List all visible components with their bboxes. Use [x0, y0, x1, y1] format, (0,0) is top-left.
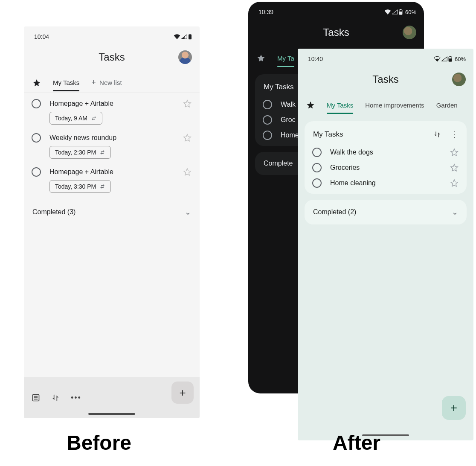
task-title: Weekly news roundup	[49, 134, 174, 142]
caption-after: After	[333, 431, 380, 454]
tabs-row: My Tasks + New list	[24, 73, 200, 93]
svg-rect-10	[449, 58, 452, 61]
tab-new-list[interactable]: + New list	[91, 73, 122, 92]
tab-my-tasks[interactable]: My Tasks	[327, 96, 353, 114]
more-vert-icon[interactable]: ⋮	[450, 130, 458, 139]
task-radio[interactable]	[312, 148, 322, 157]
tabs-row: My Tasks Home improvements Garden	[298, 95, 473, 115]
page-title: Tasks	[99, 51, 125, 63]
star-icon[interactable]	[450, 148, 459, 157]
completed-label: Complete	[264, 160, 293, 167]
svg-rect-11	[450, 56, 451, 57]
task-radio[interactable]	[312, 163, 322, 172]
repeat-icon	[99, 149, 105, 155]
completed-section[interactable]: Completed (3) ⌄	[24, 200, 200, 224]
task-row[interactable]: Homepage + Airtable	[24, 93, 200, 108]
task-radio[interactable]	[312, 178, 322, 188]
status-time: 10:04	[34, 33, 49, 40]
status-time: 10:40	[308, 55, 323, 62]
task-title: Homepage + Airtable	[49, 168, 174, 176]
task-radio[interactable]	[32, 133, 41, 143]
task-radio[interactable]	[32, 99, 41, 108]
task-title: Homepage + Airtable	[49, 100, 174, 108]
star-tab-icon[interactable]	[32, 79, 41, 87]
star-icon[interactable]	[183, 99, 192, 108]
tab-home-improvements[interactable]: Home improvements	[365, 96, 424, 114]
wifi-icon	[384, 9, 391, 15]
status-bar: 10:40 60%	[298, 49, 473, 64]
app-header: Tasks	[248, 17, 424, 48]
date-chip[interactable]: Today, 2:30 PM	[49, 146, 111, 159]
card-header: My Tasks ⋮	[305, 125, 467, 142]
repeat-icon	[91, 115, 97, 121]
task-row[interactable]: Home cleaning	[305, 172, 467, 188]
page-title: Tasks	[372, 73, 398, 85]
fab-add[interactable]: +	[442, 396, 466, 420]
task-row[interactable]: Homepage + Airtable	[24, 161, 200, 177]
signal-icon	[181, 34, 187, 39]
plus-icon: +	[91, 78, 96, 87]
completed-label: Completed (2)	[313, 208, 356, 216]
chevron-down-icon: ⌄	[452, 207, 458, 217]
svg-rect-7	[399, 12, 402, 15]
card-actions: ⋮	[433, 130, 458, 139]
avatar[interactable]	[178, 50, 192, 64]
date-chip[interactable]: Today, 3:30 PM	[49, 180, 111, 193]
task-title: Groceries	[330, 164, 441, 172]
task-radio[interactable]	[263, 131, 272, 140]
wifi-icon	[174, 34, 180, 39]
avatar[interactable]	[452, 73, 466, 86]
fab-add[interactable]: +	[171, 382, 194, 404]
status-bar: 10:39 60%	[248, 2, 424, 17]
chip-label: Today, 3:30 PM	[55, 183, 96, 190]
signal-icon	[441, 56, 447, 61]
tab-my-tasks[interactable]: My Ta	[277, 50, 294, 67]
sort-icon[interactable]	[51, 393, 60, 402]
before-phone: 10:04 Tasks My Tasks + New list Homepage…	[24, 26, 200, 418]
star-tab-icon[interactable]	[306, 101, 315, 109]
tab-garden[interactable]: Garden	[436, 96, 458, 114]
repeat-icon	[99, 183, 105, 189]
home-indicator	[88, 413, 135, 415]
battery-icon	[448, 56, 452, 62]
status-icons	[174, 34, 192, 40]
star-icon[interactable]	[450, 178, 459, 188]
task-radio[interactable]	[263, 100, 272, 109]
tasks-card: My Tasks ⋮ Walk the dogs Groceries Home …	[305, 121, 467, 194]
caption-before: Before	[67, 431, 131, 454]
app-header: Tasks	[24, 42, 200, 73]
svg-rect-1	[189, 34, 191, 35]
completed-label: Completed (3)	[32, 208, 75, 216]
svg-rect-8	[400, 9, 401, 10]
list-icon[interactable]	[32, 393, 40, 402]
star-icon[interactable]	[450, 163, 459, 172]
task-radio[interactable]	[263, 115, 272, 125]
completed-card[interactable]: Completed (2) ⌄	[305, 200, 467, 224]
status-bar: 10:04	[24, 26, 200, 42]
task-row[interactable]: Weekly news roundup	[24, 127, 200, 143]
page-title: Tasks	[323, 26, 349, 38]
status-icons: 60%	[384, 9, 416, 15]
sort-icon[interactable]	[433, 130, 441, 139]
tab-my-tasks[interactable]: My Tasks	[53, 74, 79, 91]
task-radio[interactable]	[32, 167, 41, 177]
card-title: My Tasks	[264, 83, 294, 91]
chevron-down-icon: ⌄	[185, 207, 191, 217]
task-row[interactable]: Groceries	[305, 157, 467, 172]
star-icon[interactable]	[183, 133, 192, 143]
battery-icon	[188, 34, 192, 40]
more-icon[interactable]: •••	[71, 393, 81, 402]
battery-pct: 60%	[405, 9, 416, 15]
star-tab-icon[interactable]	[257, 54, 265, 62]
card-title: My Tasks	[313, 130, 343, 139]
star-icon[interactable]	[183, 167, 192, 177]
date-chip[interactable]: Today, 9 AM	[49, 112, 102, 125]
wifi-icon	[434, 56, 441, 61]
battery-pct: 60%	[455, 56, 466, 62]
avatar[interactable]	[403, 26, 416, 39]
svg-rect-0	[189, 35, 192, 39]
battery-icon	[399, 9, 403, 15]
task-row[interactable]: Walk the dogs	[305, 142, 467, 157]
new-list-label: New list	[99, 79, 122, 86]
status-time: 10:39	[258, 9, 273, 15]
